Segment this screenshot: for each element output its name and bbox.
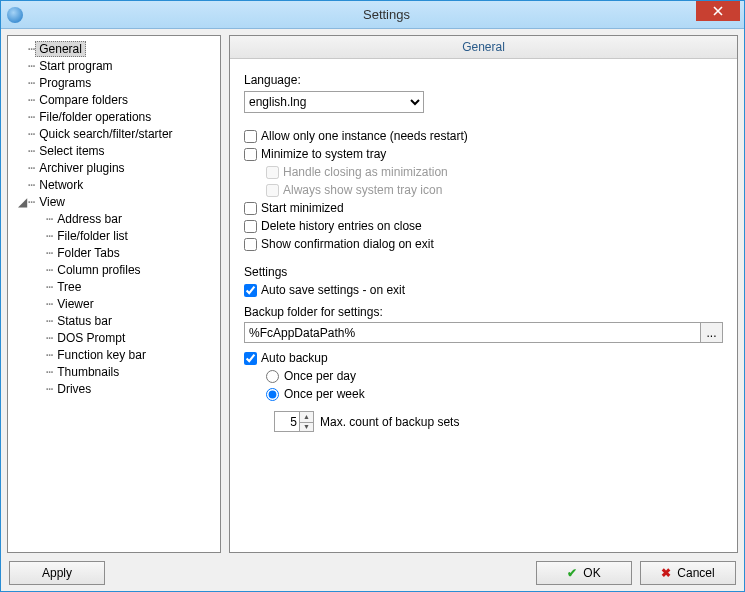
tree-item-label: Archiver plugins (35, 160, 128, 176)
radio-once-per-week[interactable]: Once per week (266, 387, 723, 401)
tree-item-label: Programs (35, 75, 95, 91)
tree-item[interactable]: ⋯File/folder list (8, 227, 220, 244)
tree-item[interactable]: ⋯Tree (8, 278, 220, 295)
chk-handle-close-box (266, 166, 279, 179)
spinner-buttons[interactable]: ▲ ▼ (300, 411, 314, 432)
tree-item-label: DOS Prompt (53, 330, 129, 346)
chk-confirm-exit[interactable]: Show confirmation dialog on exit (244, 237, 723, 251)
tree-toggle-placeholder (34, 332, 46, 344)
tree-item[interactable]: ⋯Network (8, 176, 220, 193)
tree-toggle-placeholder (34, 264, 46, 276)
language-select[interactable]: english.lng (244, 91, 424, 113)
tree-toggle-placeholder (16, 145, 28, 157)
tree-item-label: Address bar (53, 211, 126, 227)
chk-autobackup-box[interactable] (244, 352, 257, 365)
tree-item[interactable]: ⋯Address bar (8, 210, 220, 227)
close-button[interactable] (696, 1, 740, 21)
close-icon (713, 6, 723, 16)
chk-del-history[interactable]: Delete history entries on close (244, 219, 723, 233)
language-label: Language: (244, 73, 723, 87)
window-body: ⋯General⋯Start program⋯Programs⋯Compare … (1, 29, 744, 591)
app-icon (7, 7, 23, 23)
tree-item[interactable]: ⋯Drives (8, 380, 220, 397)
tree-item[interactable]: ⋯General (8, 40, 220, 57)
cancel-button[interactable]: ✖ Cancel (640, 561, 736, 585)
chk-one-instance[interactable]: Allow only one instance (needs restart) (244, 129, 723, 143)
tree-item[interactable]: ⋯File/folder operations (8, 108, 220, 125)
tree-item[interactable]: ⋯Archiver plugins (8, 159, 220, 176)
tree-item-label: Select items (35, 143, 108, 159)
tree-item-label: File/folder operations (35, 109, 155, 125)
check-icon: ✔ (567, 566, 577, 580)
backup-path-input[interactable] (244, 322, 701, 343)
tree-item[interactable]: ⋯Compare folders (8, 91, 220, 108)
tree-item-label: Compare folders (35, 92, 132, 108)
tree-toggle-placeholder (34, 281, 46, 293)
tree-toggle-placeholder (16, 94, 28, 106)
chk-confirm-exit-box[interactable] (244, 238, 257, 251)
tree-item[interactable]: ⋯Viewer (8, 295, 220, 312)
radio-once-per-day[interactable]: Once per day (266, 369, 723, 383)
tree-item[interactable]: ⋯Column profiles (8, 261, 220, 278)
tree-item[interactable]: ⋯Quick search/filter/starter (8, 125, 220, 142)
tree-toggle-placeholder (34, 383, 46, 395)
tree-item-label: Column profiles (53, 262, 144, 278)
tree-item[interactable]: ⋯Select items (8, 142, 220, 159)
tree-item[interactable]: ◢⋯View (8, 193, 220, 210)
max-count-label: Max. count of backup sets (320, 415, 459, 429)
tree-item[interactable]: ⋯Folder Tabs (8, 244, 220, 261)
panel-body: Language: english.lng Allow only one ins… (230, 59, 737, 552)
ok-button[interactable]: ✔ OK (536, 561, 632, 585)
chk-min-tray-box[interactable] (244, 148, 257, 161)
chk-autosave[interactable]: Auto save settings - on exit (244, 283, 723, 297)
chk-start-min-box[interactable] (244, 202, 257, 215)
max-count-input[interactable] (274, 411, 300, 432)
settings-window: Settings ⋯General⋯Start program⋯Programs… (0, 0, 745, 592)
tree-item-label: Function key bar (53, 347, 150, 363)
apply-button[interactable]: Apply (9, 561, 105, 585)
category-tree[interactable]: ⋯General⋯Start program⋯Programs⋯Compare … (7, 35, 221, 553)
tree-item[interactable]: ⋯Thumbnails (8, 363, 220, 380)
chk-min-tray[interactable]: Minimize to system tray (244, 147, 723, 161)
panel-title: General (230, 36, 737, 59)
browse-button[interactable]: ... (701, 322, 723, 343)
button-bar: Apply ✔ OK ✖ Cancel (7, 553, 738, 585)
chk-del-history-box[interactable] (244, 220, 257, 233)
chk-autosave-box[interactable] (244, 284, 257, 297)
tree-item-label: Status bar (53, 313, 116, 329)
cancel-icon: ✖ (661, 566, 671, 580)
tree-item[interactable]: ⋯Status bar (8, 312, 220, 329)
collapse-icon[interactable]: ◢ (16, 196, 28, 208)
tree-item[interactable]: ⋯Function key bar (8, 346, 220, 363)
chk-always-tray-box (266, 184, 279, 197)
tree-toggle-placeholder (34, 349, 46, 361)
tree-item[interactable]: ⋯Programs (8, 74, 220, 91)
main-area: ⋯General⋯Start program⋯Programs⋯Compare … (7, 35, 738, 553)
chk-handle-close: Handle closing as minimization (266, 165, 723, 179)
tree-item[interactable]: ⋯Start program (8, 57, 220, 74)
tree-item-label: Tree (53, 279, 85, 295)
backup-folder-label: Backup folder for settings: (244, 305, 723, 319)
chk-start-min[interactable]: Start minimized (244, 201, 723, 215)
title-bar[interactable]: Settings (1, 1, 744, 29)
tree-toggle-placeholder (16, 179, 28, 191)
tree-item[interactable]: ⋯DOS Prompt (8, 329, 220, 346)
settings-section-label: Settings (244, 265, 723, 279)
radio-once-per-week-input[interactable] (266, 388, 279, 401)
radio-once-per-day-input[interactable] (266, 370, 279, 383)
tree-toggle-placeholder (34, 315, 46, 327)
spin-up-icon[interactable]: ▲ (300, 411, 314, 422)
tree-toggle-placeholder (16, 77, 28, 89)
spin-down-icon[interactable]: ▼ (300, 422, 314, 433)
tree-item-label: Viewer (53, 296, 97, 312)
tree-item-label: Quick search/filter/starter (35, 126, 176, 142)
tree-toggle-placeholder (34, 366, 46, 378)
chk-always-tray: Always show system tray icon (266, 183, 723, 197)
chk-one-instance-box[interactable] (244, 130, 257, 143)
tree-item-label: Thumbnails (53, 364, 123, 380)
tree-item-label: Folder Tabs (53, 245, 123, 261)
chk-autobackup[interactable]: Auto backup (244, 351, 723, 365)
tree-item-label: File/folder list (53, 228, 132, 244)
tree-item-label: General (35, 41, 86, 57)
backup-path-row: ... (244, 322, 723, 343)
